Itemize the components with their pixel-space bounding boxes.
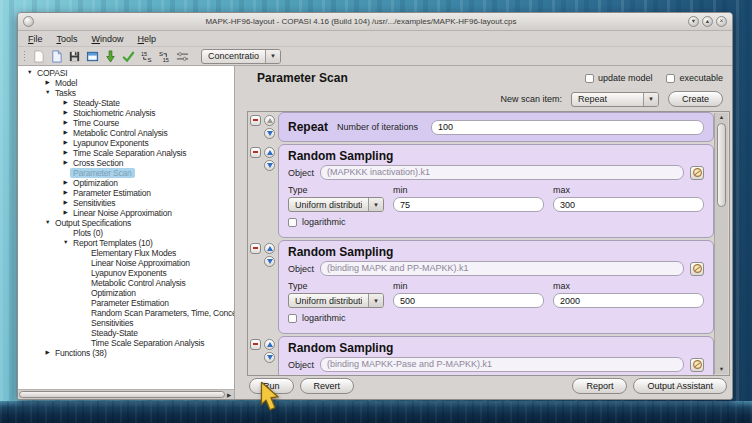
expander-closed-icon[interactable]: ▶: [61, 210, 70, 216]
titlebar[interactable]: MAPK-HF96-layout - COPASI 4.16 (Build 10…: [18, 13, 732, 31]
tree-item-stoichiometric-analysis[interactable]: ▶Stoichiometric Analysis: [18, 108, 234, 118]
executable-checkbox[interactable]: executable: [666, 73, 723, 83]
tree-item-time-course[interactable]: ▶Time Course: [18, 118, 234, 128]
expander-open-icon[interactable]: ▼: [25, 70, 34, 76]
tree-item-metabolic-control-analysis[interactable]: Metabolic Control Analysis: [18, 278, 234, 288]
tree-item-functions-38[interactable]: ▶Functions (38): [18, 348, 234, 358]
output-assistant-button[interactable]: Output Assistant: [633, 378, 727, 394]
expander-closed-icon[interactable]: ▶: [61, 190, 70, 196]
move-up-button[interactable]: [264, 115, 275, 126]
move-up-button[interactable]: [264, 339, 275, 350]
create-button[interactable]: Create: [668, 91, 723, 107]
tree-item-copasi[interactable]: ▼COPASI: [18, 68, 234, 78]
tree-item-linear-noise-approximation[interactable]: Linear Noise Approximation: [18, 258, 234, 268]
concentrations-to-particles-icon[interactable]: S15: [156, 49, 172, 64]
move-down-button[interactable]: [264, 160, 275, 171]
menu-help[interactable]: Help: [131, 34, 164, 44]
distribution-select[interactable]: Uniform distribution▼: [288, 293, 384, 308]
toolbar-drag-handle[interactable]: [23, 50, 26, 62]
logarithmic-checkbox[interactable]: [288, 218, 297, 227]
tree-item-parameter-estimation[interactable]: Parameter Estimation: [18, 298, 234, 308]
expander-closed-icon[interactable]: ▶: [43, 350, 52, 356]
expander-closed-icon[interactable]: ▶: [61, 140, 70, 146]
select-object-button[interactable]: [690, 166, 704, 180]
max-input[interactable]: [553, 197, 704, 212]
panel-splitter[interactable]: [235, 66, 242, 399]
logarithmic-checkbox[interactable]: [288, 314, 297, 323]
vscroll-thumb[interactable]: [717, 123, 726, 207]
update-model-checkbox[interactable]: update model: [585, 73, 653, 83]
remove-item-button[interactable]: [250, 115, 261, 126]
tree-item-parameter-estimation[interactable]: ▶Parameter Estimation: [18, 188, 234, 198]
expander-closed-icon[interactable]: ▶: [61, 160, 70, 166]
save-icon[interactable]: [66, 49, 82, 64]
remove-item-button[interactable]: [250, 339, 261, 350]
chevron-down-icon[interactable]: ▼: [265, 50, 280, 63]
window-menu-button[interactable]: [23, 16, 34, 27]
min-input[interactable]: [393, 293, 544, 308]
slider-icon[interactable]: [174, 49, 190, 64]
export-window-icon[interactable]: [84, 49, 100, 64]
chevron-down-icon[interactable]: ▼: [368, 198, 383, 211]
tree-horizontal-scrollbar[interactable]: ▶: [18, 389, 234, 399]
tree-item-sensitivities[interactable]: ▶Sensitivities: [18, 198, 234, 208]
tree-item-steady-state[interactable]: ▶Steady-State: [18, 98, 234, 108]
tree-item-optimization[interactable]: ▶Optimization: [18, 178, 234, 188]
tree-item-lyapunov-exponents[interactable]: ▶Lyapunov Exponents: [18, 138, 234, 148]
concentrations-combo[interactable]: Concentrations ▼: [201, 49, 281, 64]
report-button[interactable]: Report: [572, 378, 627, 394]
tree-item-steady-state[interactable]: Steady-State: [18, 328, 234, 338]
minimize-button[interactable]: ▾: [688, 16, 699, 27]
expander-open-icon[interactable]: ▼: [61, 240, 70, 246]
executable-checkbox-box[interactable]: [666, 74, 675, 83]
scroll-up-arrow-icon[interactable]: ▲: [719, 113, 724, 122]
tree-item-lyapunov-exponents[interactable]: Lyapunov Exponents: [18, 268, 234, 278]
expander-closed-icon[interactable]: ▶: [61, 200, 70, 206]
tree-item-linear-noise-approximation[interactable]: ▶Linear Noise Approximation: [18, 208, 234, 218]
tree-item-elementary-flux-modes[interactable]: Elementary Flux Modes: [18, 248, 234, 258]
tree-item-random-scan-parameters-time-concentrations[interactable]: Random Scan Parameters, Time, Concentrat…: [18, 308, 234, 318]
expander-closed-icon[interactable]: ▶: [61, 130, 70, 136]
tree-hscroll-right-arrow-icon[interactable]: ▶: [225, 392, 233, 398]
vertical-scrollbar[interactable]: ▲ ▼: [714, 113, 728, 374]
distribution-select[interactable]: Uniform distribution▼: [288, 197, 384, 212]
tree-item-report-templates-10[interactable]: ▼Report Templates (10): [18, 238, 234, 248]
select-object-button[interactable]: [690, 358, 704, 372]
tree-item-optimization[interactable]: Optimization: [18, 288, 234, 298]
select-object-button[interactable]: [690, 262, 704, 276]
tree-item-metabolic-control-analysis[interactable]: ▶Metabolic Control Analysis: [18, 128, 234, 138]
tree-item-output-specifications[interactable]: ▼Output Specifications: [18, 218, 234, 228]
commit-check-icon[interactable]: [120, 49, 136, 64]
expander-closed-icon[interactable]: ▶: [43, 80, 52, 86]
move-down-button[interactable]: [264, 352, 275, 363]
max-input[interactable]: [553, 293, 704, 308]
tree-item-model[interactable]: ▶Model: [18, 78, 234, 88]
tree-item-sensitivities[interactable]: Sensitivities: [18, 318, 234, 328]
revert-button[interactable]: Revert: [300, 378, 355, 394]
scroll-down-arrow-icon[interactable]: ▼: [719, 365, 724, 374]
expander-closed-icon[interactable]: ▶: [61, 150, 70, 156]
expander-open-icon[interactable]: ▼: [43, 220, 52, 226]
tree-item-time-scale-separation-analysis[interactable]: Time Scale Separation Analysis: [18, 338, 234, 348]
close-button[interactable]: ×: [716, 16, 727, 27]
tree-item-tasks[interactable]: ▼Tasks: [18, 88, 234, 98]
chevron-down-icon[interactable]: ▼: [643, 93, 658, 106]
menu-file[interactable]: File: [21, 34, 50, 44]
chevron-down-icon[interactable]: ▼: [368, 294, 383, 307]
move-up-button[interactable]: [264, 243, 275, 254]
menu-tools[interactable]: Tools: [50, 34, 85, 44]
maximize-button[interactable]: ▴: [702, 16, 713, 27]
particles-to-concentrations-icon[interactable]: 15S: [138, 49, 154, 64]
remove-item-button[interactable]: [250, 147, 261, 158]
min-input[interactable]: [393, 197, 544, 212]
tree-item-time-scale-separation-analysis[interactable]: ▶Time Scale Separation Analysis: [18, 148, 234, 158]
move-down-button[interactable]: [264, 256, 275, 267]
tree-item-cross-section[interactable]: ▶Cross Section: [18, 158, 234, 168]
iterations-input[interactable]: [431, 120, 704, 135]
tree-hscroll-thumb[interactable]: [19, 391, 225, 398]
expander-closed-icon[interactable]: ▶: [61, 120, 70, 126]
expander-closed-icon[interactable]: ▶: [61, 180, 70, 186]
remove-item-button[interactable]: [250, 243, 261, 254]
new-scan-item-select[interactable]: Repeat ▼: [571, 92, 659, 107]
tree-item-parameter-scan[interactable]: Parameter Scan: [18, 168, 234, 178]
